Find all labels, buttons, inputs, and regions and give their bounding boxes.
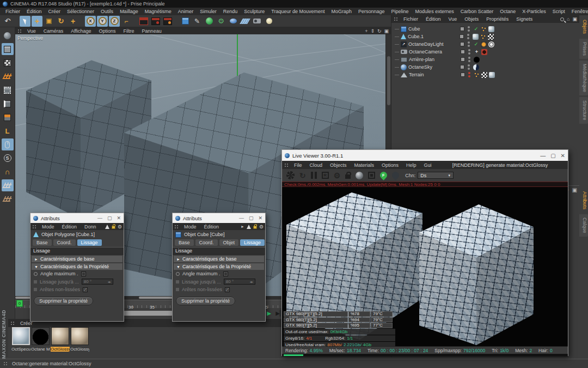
enable-toggle[interactable] (461, 57, 465, 62)
deformer-button[interactable]: ⚙ (216, 16, 226, 27)
enable-toggle[interactable] (461, 50, 465, 54)
group-base-characteristics[interactable]: ► Caractéristiques de base (174, 256, 264, 262)
attribute-object-row[interactable]: Objet Polygone [Cube.1] (30, 230, 124, 239)
workplane-snap-button[interactable] (2, 179, 14, 191)
panel-maximize-icon[interactable]: ▣ (572, 16, 577, 22)
material-picker-pin-icon[interactable] (391, 170, 401, 180)
object-name[interactable]: Cube (408, 26, 458, 32)
object-row-sky[interactable]: OctaneSky (391, 63, 580, 71)
render-picture-viewer-button[interactable] (150, 16, 161, 27)
axis-mode-button[interactable]: L (2, 125, 14, 137)
model-mode-button[interactable] (2, 43, 14, 55)
lv-menu-objects[interactable]: Objects (327, 162, 350, 168)
minimize-icon[interactable]: — (97, 215, 102, 221)
menu-outils[interactable]: Outils (97, 8, 117, 15)
move-tool-button[interactable]: + (32, 16, 42, 27)
axis-x-toggle[interactable]: X (85, 16, 96, 27)
menu-sculpture[interactable]: Sculpture (241, 8, 268, 15)
polygons-mode-button[interactable] (2, 111, 14, 123)
coordinate-system-button[interactable]: ⌐ (121, 16, 132, 27)
smoothing-angle-field[interactable]: 80 ° ◂▸ (82, 279, 113, 285)
enable-toggle[interactable] (461, 73, 465, 77)
viewport-menu-cameras[interactable]: Caméras (40, 28, 67, 34)
locked-workplane-button[interactable] (2, 193, 14, 205)
region-render-icon[interactable] (368, 172, 375, 179)
spline-pen-button[interactable]: ✎ (192, 16, 203, 27)
group-property-characteristics[interactable]: ▼ Caractéristiques de la Propriété (32, 263, 122, 270)
visibility-dots[interactable] (468, 26, 470, 32)
floor-object-button[interactable] (240, 16, 250, 27)
keyframe-dot-icon[interactable] (176, 272, 180, 276)
menu-rendu[interactable]: Rendu (220, 8, 241, 15)
field-object-button[interactable] (228, 16, 238, 27)
lv-menu-options[interactable]: Options (378, 162, 402, 168)
pause-icon[interactable] (311, 172, 317, 179)
octane-tag[interactable] (480, 34, 486, 40)
attr-menu-donnees[interactable]: Donn (81, 224, 100, 230)
window-titlebar[interactable]: Attributs — ▢ ✕ (30, 213, 124, 223)
snap-button[interactable]: S (2, 152, 14, 164)
om-menu-signets[interactable]: Signets (513, 16, 536, 22)
channel-dropdown[interactable]: Ds ▼ (418, 172, 454, 179)
scale-tool-button[interactable] (44, 16, 54, 27)
lv-menu-help[interactable]: Help (403, 162, 420, 168)
timeline-scrollbar-thumb[interactable] (124, 311, 173, 316)
lv-menu-cloud[interactable]: Cloud (307, 162, 326, 168)
menu-traqueur[interactable]: Traqueur de Mouvement (268, 8, 328, 15)
object-row-daylight[interactable]: ↗ OctaneDayLight ✓ (391, 40, 580, 48)
material-ball-icon[interactable] (356, 172, 363, 179)
maximize-icon[interactable]: ▢ (550, 153, 555, 159)
menu-octane[interactable]: Octane (497, 8, 519, 15)
menu-mograph[interactable]: MoGraph (328, 8, 356, 15)
lv-menu-gui[interactable]: Gui (421, 162, 435, 168)
enable-toggle[interactable] (460, 42, 464, 46)
rotate-tool-button[interactable]: ↻ (56, 16, 66, 27)
viewport-camera-label[interactable]: Perspective (17, 35, 43, 41)
object-name[interactable]: OctaneDayLight (408, 41, 458, 47)
menu-carbon-scatter[interactable]: Carbon Scatter (457, 8, 497, 15)
minimize-icon[interactable]: — (239, 215, 244, 221)
enabled-check-tag[interactable]: ✓ (473, 41, 479, 47)
viewport-move-icon[interactable]: + (365, 28, 367, 34)
texture-mode-button[interactable] (2, 57, 14, 69)
visibility-dots[interactable] (468, 64, 470, 70)
tab-attributs[interactable]: Attributs (579, 188, 588, 213)
sun-tag[interactable] (481, 41, 487, 47)
texture-tag[interactable] (489, 72, 495, 78)
tab-base[interactable]: Base (175, 239, 194, 246)
last-tool-button[interactable]: + (68, 16, 78, 27)
subdivision-surface-button[interactable] (204, 16, 215, 27)
visibility-dots[interactable] (468, 57, 470, 62)
tab-calque[interactable]: Calque (579, 214, 588, 237)
panel-handle-icon[interactable] (394, 17, 398, 21)
axis-z-toggle[interactable]: Z (109, 16, 120, 27)
keyframe-dot-icon[interactable] (34, 272, 38, 276)
close-icon[interactable]: ✕ (258, 215, 262, 221)
maximize-icon[interactable]: ▢ (249, 215, 254, 221)
group-base-characteristics[interactable]: ► Caractéristiques de base (32, 256, 122, 262)
make-editable-button[interactable] (2, 29, 14, 41)
settings-gear-icon[interactable]: ⚙ (334, 171, 341, 180)
pick-mode-icon[interactable] (105, 225, 109, 229)
menu-simuler[interactable]: Simuler (197, 8, 220, 15)
gear-icon[interactable]: ⚙ (118, 224, 122, 230)
panel-handle-icon[interactable] (174, 225, 179, 229)
lv-menu-file[interactable]: File (291, 162, 305, 168)
material-thumbnail-octglossy1[interactable] (71, 327, 89, 345)
camera-object-button[interactable] (252, 16, 262, 27)
tab-lissage[interactable]: Lissage (240, 239, 265, 246)
om-menu-objets[interactable]: Objets (461, 16, 482, 22)
material-name[interactable]: OctSpecula (11, 347, 30, 352)
panel-handle-icon[interactable] (284, 163, 289, 167)
panel-handle-icon[interactable] (17, 29, 22, 33)
object-row-terrain[interactable]: Terrain (391, 71, 580, 79)
tab-mediatheque[interactable]: Médiathèque (579, 61, 588, 95)
attr-menu-edition[interactable]: Édition (59, 224, 81, 230)
texture-tag[interactable] (473, 34, 479, 40)
workplane-mode-button[interactable] (2, 70, 14, 82)
om-menu-proprietes[interactable]: Propriétés (483, 16, 512, 22)
octane-camera-tag[interactable] (481, 49, 487, 55)
object-row-cube[interactable]: Cube ✓ (391, 25, 580, 33)
angle-maximum-checkbox[interactable] (223, 272, 228, 276)
render-settings-button[interactable] (162, 16, 173, 27)
